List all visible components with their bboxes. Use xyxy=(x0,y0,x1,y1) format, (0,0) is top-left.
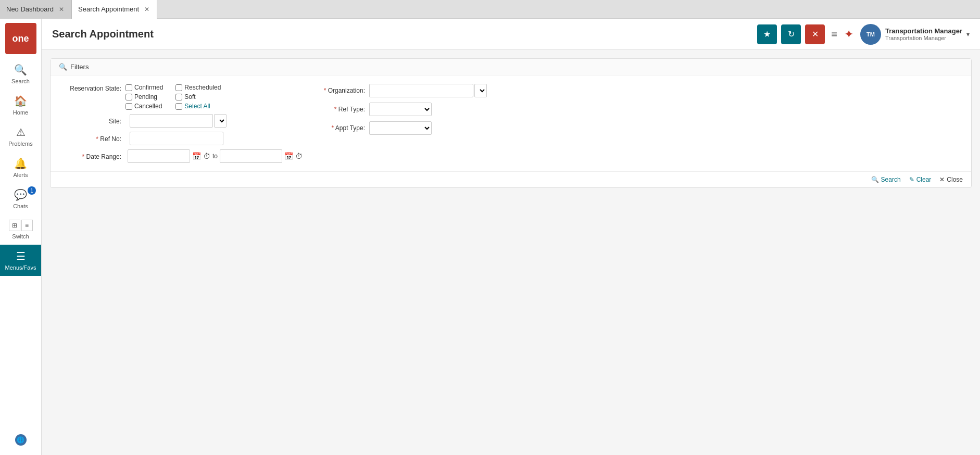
sidebar: one 🔍 Search 🏠 Home ⚠ Problems 🔔 Alerts xyxy=(0,19,42,455)
pending-label: Pending xyxy=(134,93,157,100)
avatar-initials: TM xyxy=(866,31,875,37)
close-action-icon: ✕ xyxy=(939,176,945,183)
user-info: Transportation Manager Transportation Ma… xyxy=(885,27,962,41)
left-section: Reservation State: Confirmed xyxy=(59,84,303,163)
user-name: Transportation Manager xyxy=(885,27,962,35)
user-role: Transportation Manager xyxy=(885,35,962,41)
select-all-link[interactable]: Select All xyxy=(184,103,210,110)
tab-neo-dashboard[interactable]: Neo Dashboard ✕ xyxy=(0,0,72,19)
cancelled-label: Cancelled xyxy=(134,103,162,110)
reservation-state-label: Reservation State: xyxy=(59,84,121,92)
sidebar-item-menus-favs[interactable]: ☰ Menus/Favs xyxy=(0,245,41,276)
soft-label: Soft xyxy=(184,93,195,100)
clock-from-icon[interactable]: ⏱ xyxy=(203,152,210,160)
date-range-row: * Date Range: 📅 ⏱ to 📅 xyxy=(59,149,303,163)
switch-icons: ⊞ ≡ xyxy=(9,220,33,231)
refresh-icon: ↻ xyxy=(788,29,795,39)
ref-type-select[interactable] xyxy=(369,103,432,116)
logo-text: one xyxy=(12,33,29,44)
tab-search-appointment-label: Search Appointment xyxy=(78,5,139,13)
right-section: * Organization: * Ref Type xyxy=(323,84,963,135)
rescheduled-checkbox[interactable] xyxy=(175,84,182,91)
calendar-to-icon[interactable]: 📅 xyxy=(284,152,293,160)
user-dropdown-arrow[interactable]: ▾ xyxy=(966,31,970,38)
organization-dropdown[interactable] xyxy=(474,84,487,97)
menus-icon: ☰ xyxy=(16,250,26,262)
ref-no-input[interactable] xyxy=(130,132,223,145)
cancelled-checkbox[interactable] xyxy=(125,103,132,110)
filter-actions: 🔍 Search ✎ Clear ✕ Close xyxy=(51,171,971,187)
refresh-button[interactable]: ↻ xyxy=(781,24,801,44)
switch-icon-left: ⊞ xyxy=(9,220,20,231)
ref-type-label: * Ref Type: xyxy=(323,106,365,113)
home-icon: 🏠 xyxy=(14,95,27,107)
select-all-checkbox[interactable] xyxy=(175,103,182,110)
confirmed-label: Confirmed xyxy=(134,84,163,91)
notification-area: ✦ xyxy=(841,27,856,42)
sidebar-item-search[interactable]: 🔍 Search xyxy=(0,58,41,90)
date-from-input[interactable] xyxy=(128,149,190,163)
chats-badge: 1 xyxy=(28,186,36,195)
clear-action-link[interactable]: ✎ Clear xyxy=(909,176,932,183)
filter-title: 🔍 Filters xyxy=(59,63,89,71)
tab-search-appointment[interactable]: Search Appointment ✕ xyxy=(72,0,157,19)
site-label: Site: xyxy=(59,117,121,125)
star-icon: ★ xyxy=(763,29,771,39)
user-area: TM Transportation Manager Transportation… xyxy=(860,24,970,45)
menu-button[interactable]: ≡ xyxy=(831,28,837,40)
close-action-link[interactable]: ✕ Close xyxy=(939,176,963,183)
close-button[interactable]: ✕ xyxy=(805,24,825,44)
sidebar-item-problems[interactable]: ⚠ Problems xyxy=(0,121,41,152)
tab-neo-dashboard-label: Neo Dashboard xyxy=(6,5,54,13)
sidebar-item-alerts[interactable]: 🔔 Alerts xyxy=(0,152,41,183)
checkbox-col-right: Rescheduled Soft xyxy=(175,84,221,110)
favorite-button[interactable]: ★ xyxy=(757,24,777,44)
organization-label: * Organization: xyxy=(323,87,365,94)
top-header: Search Appointment ★ ↻ ✕ ≡ ✦ xyxy=(42,19,980,50)
filter-title-text: Filters xyxy=(70,63,89,71)
search-action-link[interactable]: 🔍 Search xyxy=(871,176,901,183)
sidebar-item-wrap-chats: 💬 Chats 1 xyxy=(0,183,41,214)
confirmed-checkbox[interactable] xyxy=(125,84,132,91)
filter-panel: 🔍 Filters Reservation State: xyxy=(50,58,972,188)
site-dropdown[interactable] xyxy=(214,114,227,128)
clear-action-label: Clear xyxy=(916,176,932,183)
reservation-state-row: Reservation State: Confirmed xyxy=(59,84,303,110)
app-logo[interactable]: one xyxy=(5,23,36,54)
appt-type-row: * Appt Type: xyxy=(323,121,963,135)
header-right: ★ ↻ ✕ ≡ ✦ TM xyxy=(757,24,970,45)
filter-search-icon: 🔍 xyxy=(59,63,67,71)
reservation-checkboxes: Confirmed Pending xyxy=(125,84,221,110)
tab-neo-dashboard-close[interactable]: ✕ xyxy=(58,6,65,13)
sidebar-item-globe[interactable]: 🌐 xyxy=(15,429,27,451)
search-icon: 🔍 xyxy=(14,64,27,76)
clock-to-icon[interactable]: ⏱ xyxy=(295,152,303,160)
sidebar-item-chats[interactable]: 💬 Chats 1 xyxy=(0,183,41,214)
soft-checkbox[interactable] xyxy=(175,94,182,100)
ref-type-row: * Ref Type: xyxy=(323,103,963,116)
sidebar-item-home-label: Home xyxy=(13,109,28,116)
appt-type-select[interactable] xyxy=(369,121,432,135)
sidebar-item-wrap-search: 🔍 Search xyxy=(0,58,41,90)
calendar-from-icon[interactable]: 📅 xyxy=(192,152,201,160)
ref-no-label: * Ref No: xyxy=(59,134,121,143)
pending-checkbox[interactable] xyxy=(125,94,132,100)
menu-icon: ≡ xyxy=(831,28,837,40)
organization-input[interactable] xyxy=(369,84,473,97)
filter-main-row: Reservation State: Confirmed xyxy=(59,84,963,163)
filter-header: 🔍 Filters xyxy=(51,59,971,75)
sidebar-item-wrap-menus-favs: ☰ Menus/Favs xyxy=(0,245,41,276)
checkbox-columns: Confirmed Pending xyxy=(125,84,221,110)
page-content: 🔍 Filters Reservation State: xyxy=(42,50,980,455)
tab-bar: Neo Dashboard ✕ Search Appointment ✕ xyxy=(0,0,980,19)
date-to-input[interactable] xyxy=(220,149,282,163)
organization-row: * Organization: xyxy=(323,84,963,97)
sidebar-item-home[interactable]: 🏠 Home xyxy=(0,90,41,121)
site-input[interactable] xyxy=(130,114,213,128)
sidebar-item-search-label: Search xyxy=(11,78,30,84)
tab-search-appointment-close[interactable]: ✕ xyxy=(143,6,150,13)
rescheduled-label: Rescheduled xyxy=(184,84,221,91)
appt-type-label: * Appt Type: xyxy=(323,124,365,132)
date-from-group: 📅 ⏱ xyxy=(128,149,210,163)
sidebar-item-switch[interactable]: ⊞ ≡ Switch xyxy=(0,214,41,245)
